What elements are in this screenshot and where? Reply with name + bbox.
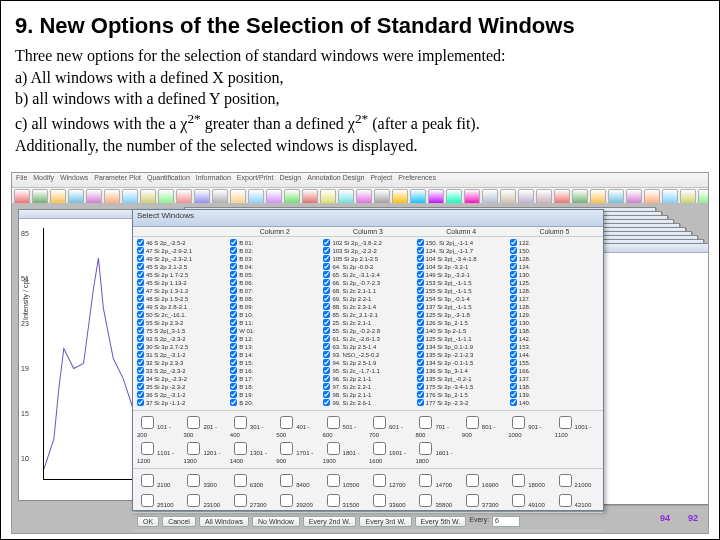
window-checkbox[interactable]: 135 Si 2p -2.1-2.3 <box>417 351 506 358</box>
menu-item[interactable]: Annotation Design <box>307 174 364 181</box>
window-checkbox[interactable]: 45 S 2p 2.1-2.5 <box>137 263 226 270</box>
window-checkbox[interactable]: 88. Si 2c 2.3-1.4 <box>323 303 412 310</box>
number-checkbox-grid[interactable]: 2100330063008400105001270014700169001800… <box>133 468 603 512</box>
window-checkbox[interactable]: 103 Si 2p_-2.2-2 <box>323 247 412 254</box>
window-checkbox[interactable]: B 04: <box>230 263 319 270</box>
window-checkbox[interactable]: B 13: <box>230 343 319 350</box>
window-checkbox[interactable]: 66. Si 2p_-0.7-2.3 <box>323 279 412 286</box>
window-checkbox[interactable]: 138. <box>510 327 599 334</box>
window-checkbox[interactable]: B 14: <box>230 351 319 358</box>
window-checkbox[interactable]: 124. <box>510 263 599 270</box>
number-checkbox[interactable]: 33600 <box>369 491 413 510</box>
window-checkbox[interactable]: 129. <box>510 311 599 318</box>
window-checkbox[interactable]: 154 Si 3p_-0.1-4 <box>417 295 506 302</box>
cancel-button[interactable]: Cancel <box>162 516 196 527</box>
no-window-button[interactable]: No Window <box>252 516 300 527</box>
window-checkbox[interactable]: 65. Si 2c_-3.1-2.4 <box>323 271 412 278</box>
window-checkbox[interactable]: B 17: <box>230 375 319 382</box>
window-checkbox[interactable]: 140. <box>510 399 599 406</box>
window-checkbox[interactable]: 95. Si 2c_-1.7-1.1 <box>323 367 412 374</box>
chart-titlebar[interactable] <box>19 210 149 219</box>
window-checkbox[interactable]: B 03: <box>230 255 319 262</box>
window-checkbox[interactable]: 93. NSO_-2.5-0.2 <box>323 351 412 358</box>
window-checkbox[interactable]: 155. <box>510 359 599 366</box>
number-checkbox[interactable]: 12700 <box>369 471 413 490</box>
number-checkbox[interactable]: 27300 <box>230 491 274 510</box>
window-checkbox[interactable]: B 02: <box>230 247 319 254</box>
window-checkbox[interactable]: 150. Si 2p|_-1-1.4 <box>417 239 506 246</box>
window-checkbox[interactable]: 64. Si 2p -0.0-2 <box>323 263 412 270</box>
menu-item[interactable]: Information <box>196 174 231 181</box>
range-checkbox[interactable]: 401 - 500 <box>276 413 320 438</box>
window-checkbox[interactable]: B 12: <box>230 335 319 342</box>
all-windows-button[interactable]: All Windows <box>199 516 249 527</box>
number-checkbox[interactable]: 3300 <box>183 471 227 490</box>
window-checkbox[interactable]: W 01: <box>230 327 319 334</box>
window-checkbox[interactable]: 68. Si 2c 2.1-1.1 <box>323 287 412 294</box>
window-checkbox[interactable]: 30 Si 3p 2.7-2.5 <box>137 343 226 350</box>
menubar[interactable]: FileModifyWindowsParameter PlotQuantific… <box>12 173 708 188</box>
number-checkbox[interactable]: 31500 <box>323 491 367 510</box>
window-checkbox[interactable]: 45 Si 2p 1.13-2 <box>137 279 226 286</box>
window-checkbox-grid[interactable]: 46 S 2p_-2.5-2B 01:102 Si 2p_-3.8-2.2150… <box>133 237 603 408</box>
range-checkbox[interactable]: 1801 - 1900 <box>323 439 367 464</box>
window-checkbox[interactable]: 135 Si 2p|_-0.2-1 <box>417 375 506 382</box>
range-checkbox[interactable]: 1901 - 1600 <box>369 439 413 464</box>
window-checkbox[interactable]: B 10: <box>230 311 319 318</box>
window-checkbox[interactable]: 35 Si 2p -2.3-2 <box>137 383 226 390</box>
window-checkbox[interactable]: 32 Si 2p 2.3-3 <box>137 359 226 366</box>
window-checkbox[interactable]: 149 Si 2p_-3.2-1 <box>417 271 506 278</box>
window-checkbox[interactable]: 98. Si 2p 2.1-1 <box>323 391 412 398</box>
window-checkbox[interactable]: 126 Si 3p_2-1.5 <box>417 319 506 326</box>
menu-item[interactable]: Quantification <box>147 174 190 181</box>
window-checkbox[interactable]: 85. Si 2c_2.1-2.1 <box>323 311 412 318</box>
window-checkbox[interactable]: 125 Si 2p_-3-1.8 <box>417 311 506 318</box>
window-checkbox[interactable]: 34 Si 2p_-2.3-2 <box>137 375 226 382</box>
range-checkbox[interactable]: 101 - 200 <box>137 413 181 438</box>
window-checkbox[interactable]: 69. Si 2p 2.2-1 <box>323 295 412 302</box>
range-checkbox[interactable]: 601 - 700 <box>369 413 413 438</box>
range-checkbox[interactable]: 201 - 300 <box>183 413 227 438</box>
window-checkbox[interactable]: 102 Si 2p_-3.8-2.2 <box>323 239 412 246</box>
window-checkbox[interactable]: 134 Si 3p_0.1-1.9 <box>417 343 506 350</box>
range-checkbox[interactable]: 701 - 800 <box>415 413 459 438</box>
window-checkbox[interactable]: 25. Si 2c 2.1-1 <box>323 319 412 326</box>
menu-item[interactable]: Project <box>370 174 392 181</box>
window-checkbox[interactable]: B 07: <box>230 287 319 294</box>
every-n-input[interactable]: 6 <box>492 516 520 527</box>
number-checkbox[interactable]: 37300 <box>462 491 506 510</box>
number-checkbox[interactable]: 49100 <box>508 491 552 510</box>
menu-item[interactable]: Preferences <box>398 174 436 181</box>
every-2nd-button[interactable]: Every 2nd W. <box>303 516 357 527</box>
number-checkbox[interactable]: 35800 <box>415 491 459 510</box>
window-checkbox[interactable]: 33 S 2p_-2.3-2 <box>137 367 226 374</box>
window-checkbox[interactable]: 130. <box>510 319 599 326</box>
window-checkbox[interactable]: 99. Si 2c 2.6-1 <box>323 399 412 406</box>
number-checkbox[interactable]: 23100 <box>183 491 227 510</box>
range-checkbox[interactable]: 801 - 900 <box>462 413 506 438</box>
window-checkbox[interactable]: 130. <box>510 271 599 278</box>
range-checkbox[interactable]: 1301 - 1400 <box>230 439 274 464</box>
every-3rd-button[interactable]: Every 3rd W. <box>359 516 411 527</box>
window-checkbox[interactable]: 128. <box>510 287 599 294</box>
window-checkbox[interactable]: 36 S 2p_-3.1-2 <box>137 391 226 398</box>
window-checkbox[interactable]: 55 Si 2p 2.3-2 <box>137 319 226 326</box>
window-checkbox[interactable]: 125 Si 2p|_-1-1.1 <box>417 335 506 342</box>
range-checkbox[interactable]: 301 - 400 <box>230 413 274 438</box>
window-checkbox[interactable]: 177 Si 2p -2.3-2 <box>417 399 506 406</box>
number-checkbox[interactable]: 21000 <box>555 471 599 490</box>
chart-window-left[interactable]: Intensity / cps 855123191510 <box>18 209 150 501</box>
window-checkbox[interactable]: 176 Si 3p_2-1.5 <box>417 391 506 398</box>
range-checkbox-grid[interactable]: 101 - 200201 - 300301 - 400401 - 500501 … <box>133 410 603 466</box>
window-checkbox[interactable]: 142. <box>510 335 599 342</box>
window-checkbox[interactable]: 97. Si 2c 2.2-1 <box>323 383 412 390</box>
window-checkbox[interactable]: 122. <box>510 239 599 246</box>
window-checkbox[interactable]: 50 Si 2c_-16.1. <box>137 311 226 318</box>
window-checkbox[interactable]: B 01: <box>230 239 319 246</box>
range-checkbox[interactable]: 1001 - 1100 <box>555 413 599 438</box>
window-checkbox[interactable]: 49 Si 2p_-2.3-2.1 <box>137 255 226 262</box>
window-checkbox[interactable]: B 06: <box>230 279 319 286</box>
window-checkbox[interactable]: 46 S 2p_-2.5-2 <box>137 239 226 246</box>
window-checkbox[interactable]: 125. <box>510 279 599 286</box>
range-checkbox[interactable]: 1601 - 1800 <box>415 439 459 464</box>
